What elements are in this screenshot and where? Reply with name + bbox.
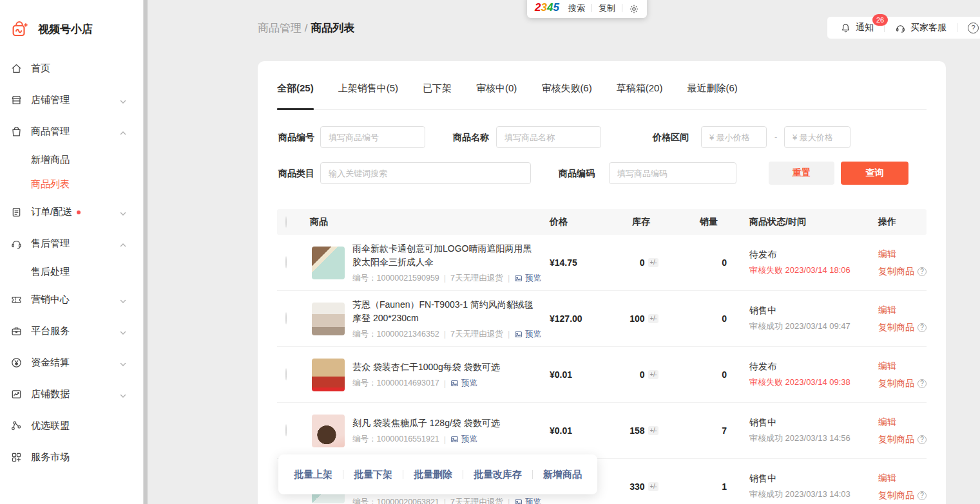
sidebar-item-5[interactable]: 营销中心 bbox=[0, 284, 148, 315]
row-checkbox[interactable] bbox=[285, 312, 287, 324]
search-button[interactable]: 查询 bbox=[841, 162, 908, 185]
batch-action-3[interactable]: 批量改库存 bbox=[474, 469, 522, 481]
help-question-icon[interactable]: ? bbox=[918, 323, 927, 332]
table-header: 商品 价格 库存 销量 商品状态/时间 操作 bbox=[277, 209, 927, 235]
status-label: 待发布 bbox=[749, 361, 863, 373]
sidebar-item-2[interactable]: 商品管理 bbox=[0, 116, 148, 147]
copy-product-link[interactable]: 复制商品 bbox=[878, 378, 914, 389]
select-all-checkbox[interactable] bbox=[285, 216, 287, 228]
help-question-icon[interactable]: ? bbox=[918, 435, 927, 444]
row-checkbox[interactable] bbox=[285, 368, 287, 380]
sidebar-item-10[interactable]: 服务市场 bbox=[0, 442, 148, 473]
row-checkbox[interactable] bbox=[285, 256, 287, 268]
edit-link[interactable]: 编辑 bbox=[878, 248, 927, 260]
tab-3[interactable]: 审核中(0) bbox=[476, 82, 517, 110]
sidebar-subitem-2-1[interactable]: 商品列表 bbox=[0, 172, 148, 196]
tab-0[interactable]: 全部(25) bbox=[277, 82, 314, 110]
chevron-down-icon[interactable] bbox=[119, 359, 127, 367]
edit-stock-icon[interactable]: +/- bbox=[648, 258, 658, 267]
sidebar-item-6[interactable]: 平台服务 bbox=[0, 315, 148, 347]
sidebar-item-1[interactable]: 店铺管理 bbox=[0, 84, 148, 116]
chevron-down-icon[interactable] bbox=[119, 328, 127, 335]
preview-link[interactable]: 预览 bbox=[450, 378, 477, 389]
row-checkbox[interactable] bbox=[285, 424, 287, 436]
tab-2[interactable]: 已下架 bbox=[423, 82, 452, 110]
sidebar-item-8[interactable]: 店铺数据 bbox=[0, 378, 148, 410]
batch-action-2[interactable]: 批量删除 bbox=[414, 469, 452, 481]
headset-icon bbox=[10, 238, 23, 250]
category-input[interactable] bbox=[320, 162, 531, 184]
chevron-down-icon[interactable] bbox=[119, 391, 127, 398]
product-image bbox=[312, 303, 345, 335]
sidebar-item-9[interactable]: 优选联盟 bbox=[0, 410, 148, 442]
notice-badge: 26 bbox=[872, 14, 888, 26]
gear-icon[interactable] bbox=[629, 4, 639, 14]
status-cell: 待发布 审核失败 2023/03/14 18:06 bbox=[735, 249, 863, 276]
tab-4[interactable]: 审核失败(6) bbox=[541, 82, 591, 110]
filter-panel: 商品编号 商品名称 价格区间 - 商品类目 商品编码 重置 查询 bbox=[277, 110, 927, 209]
chevron-down-icon[interactable] bbox=[119, 209, 127, 216]
chevron-down-icon[interactable] bbox=[119, 97, 127, 104]
status-label: 销售中 bbox=[749, 305, 863, 317]
help-question-icon[interactable]: ? bbox=[918, 379, 927, 388]
status-time: 审核成功 2023/03/13 14:56 bbox=[749, 433, 863, 444]
edit-stock-icon[interactable]: +/- bbox=[648, 482, 658, 491]
product-sn-input[interactable] bbox=[320, 126, 425, 148]
price-min-input[interactable] bbox=[701, 126, 767, 148]
image-icon bbox=[450, 379, 459, 387]
preview-link[interactable]: 预览 bbox=[514, 329, 541, 340]
edit-stock-icon[interactable]: +/- bbox=[648, 314, 658, 323]
chevron-down-icon[interactable] bbox=[119, 296, 127, 304]
product-code-input[interactable] bbox=[609, 162, 736, 184]
help-button[interactable]: ? bbox=[968, 23, 979, 33]
copy-product-link[interactable]: 复制商品 bbox=[878, 266, 914, 277]
price-max-input[interactable] bbox=[784, 126, 850, 148]
batch-action-4[interactable]: 新增商品 bbox=[543, 469, 582, 481]
edit-link[interactable]: 编辑 bbox=[878, 472, 927, 484]
sidebar-item-0[interactable]: 首页 bbox=[0, 53, 148, 84]
product-name-input[interactable] bbox=[496, 126, 601, 148]
edit-link[interactable]: 编辑 bbox=[878, 360, 927, 372]
extension-popup: 2345 搜索 复制 bbox=[527, 0, 647, 18]
return-policy-tag: 7天无理由退货 bbox=[450, 273, 503, 284]
sidebar-item-7[interactable]: 资金结算 bbox=[0, 347, 148, 378]
sidebar-item-4[interactable]: 售后管理 bbox=[0, 228, 148, 259]
help-question-icon[interactable]: ? bbox=[918, 267, 927, 276]
breadcrumb-section[interactable]: 商品管理 bbox=[258, 22, 302, 34]
reset-button[interactable]: 重置 bbox=[769, 162, 834, 185]
help-question-icon[interactable]: ? bbox=[918, 491, 927, 500]
preview-link[interactable]: 预览 bbox=[514, 273, 541, 284]
tab-6[interactable]: 最近删除(6) bbox=[687, 82, 737, 110]
chevron-up-icon[interactable] bbox=[119, 128, 127, 136]
ext-copy-button[interactable]: 复制 bbox=[599, 3, 615, 14]
copy-product-link[interactable]: 复制商品 bbox=[878, 322, 914, 333]
preview-link[interactable]: 预览 bbox=[514, 497, 541, 504]
yuan-circle-icon bbox=[10, 357, 23, 369]
tab-1[interactable]: 上架销售中(5) bbox=[338, 82, 398, 110]
col-sales: 销量 bbox=[683, 216, 735, 228]
status-cell: 销售中 审核成功 2023/03/13 14:03 bbox=[735, 473, 863, 500]
ext-search-button[interactable]: 搜索 bbox=[568, 3, 585, 14]
price-cell: ¥0.01 bbox=[538, 369, 599, 380]
topbar-actions: 通知 26 买家客服 ? bbox=[827, 16, 980, 39]
status-time: 审核成功 2023/03/14 09:47 bbox=[749, 321, 863, 332]
chevron-up-icon[interactable] bbox=[119, 240, 127, 248]
edit-stock-icon[interactable]: +/- bbox=[648, 426, 658, 435]
edit-link[interactable]: 编辑 bbox=[878, 416, 927, 428]
batch-action-1[interactable]: 批量下架 bbox=[354, 469, 392, 481]
sidebar-subitem-2-0[interactable]: 新增商品 bbox=[0, 147, 148, 172]
tab-5[interactable]: 草稿箱(20) bbox=[617, 82, 663, 110]
preview-link[interactable]: 预览 bbox=[450, 434, 477, 445]
notifications-button[interactable]: 通知 26 bbox=[840, 22, 874, 33]
sidebar-subitem-4-0[interactable]: 售后处理 bbox=[0, 259, 148, 284]
edit-stock-icon[interactable]: +/- bbox=[648, 370, 658, 379]
batch-action-0[interactable]: 批量上架 bbox=[294, 469, 332, 481]
copy-product-link[interactable]: 复制商品 bbox=[878, 434, 914, 445]
sidebar-item-3[interactable]: 订单/配送 bbox=[0, 196, 148, 228]
sidebar-scrollbar[interactable] bbox=[143, 0, 148, 504]
edit-link[interactable]: 编辑 bbox=[878, 304, 927, 316]
copy-product-link[interactable]: 复制商品 bbox=[878, 490, 914, 501]
bell-icon bbox=[840, 23, 851, 33]
buyer-service-button[interactable]: 买家客服 bbox=[895, 22, 946, 33]
price-cell: ¥14.75 bbox=[538, 257, 599, 268]
